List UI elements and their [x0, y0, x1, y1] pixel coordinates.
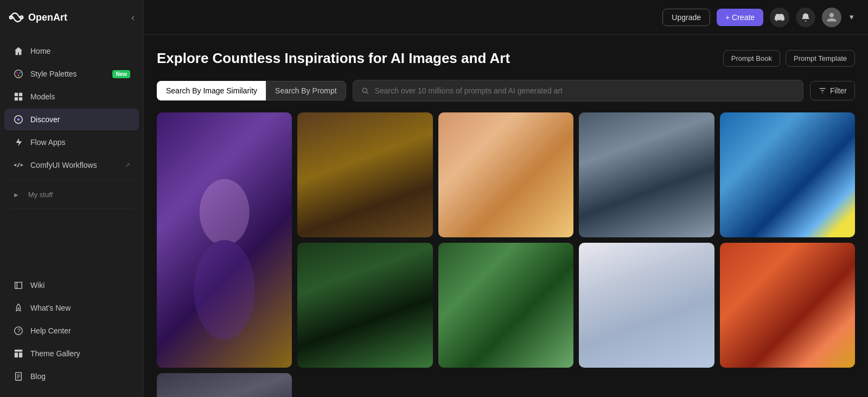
image-placeholder [297, 112, 432, 237]
page-title: Explore Countless Inspirations for AI Im… [157, 50, 510, 67]
search-by-prompt-tab[interactable]: Search By Prompt [266, 81, 346, 100]
sidebar-item-whats-new[interactable]: What's New [4, 297, 139, 319]
filter-label: Filter [830, 86, 847, 95]
svg-rect-4 [15, 93, 18, 96]
nav-divider-2 [9, 209, 135, 209]
rocket-icon [13, 303, 24, 313]
sidebar-item-home[interactable]: Home [4, 40, 139, 62]
svg-point-2 [19, 72, 21, 74]
image-placeholder [438, 243, 573, 368]
lightning-icon [13, 137, 24, 148]
image-item[interactable] [438, 112, 573, 237]
grid-icon [13, 91, 24, 102]
chevron-right-icon: ► [13, 191, 20, 199]
book-icon [13, 280, 24, 291]
filter-icon [818, 86, 827, 95]
sidebar-item-theme-gallery[interactable]: Theme Gallery [4, 343, 139, 364]
notification-button[interactable] [796, 8, 815, 27]
image-item[interactable] [157, 373, 292, 397]
sidebar-item-discover[interactable]: Discover [4, 109, 139, 130]
sidebar-header: OpenArt ‹ [0, 0, 143, 35]
upgrade-button[interactable]: Upgrade [662, 9, 710, 26]
svg-rect-5 [19, 93, 22, 96]
sidebar-item-label: Theme Gallery [30, 349, 80, 358]
image-item[interactable] [720, 243, 855, 368]
new-badge: New [112, 70, 130, 78]
sidebar-item-label: Models [30, 92, 55, 101]
svg-marker-9 [17, 118, 20, 121]
sidebar-item-comfyui[interactable]: ComfyUI Workflows ↗ [4, 154, 139, 176]
main-area: Upgrade + Create ▼ Explore Countless Ins… [144, 0, 868, 397]
image-placeholder [438, 112, 573, 237]
sidebar-nav: Home Style Palettes New Models Discover [0, 35, 143, 269]
palette-icon [13, 68, 24, 79]
home-icon [13, 46, 24, 56]
app-name: OpenArt [28, 12, 67, 23]
sidebar-item-style-palettes[interactable]: Style Palettes New [4, 63, 139, 85]
main-content: Explore Countless Inspirations for AI Im… [144, 35, 868, 397]
user-menu-chevron[interactable]: ▼ [848, 13, 855, 21]
image-placeholder [157, 112, 292, 368]
sidebar-collapse-button[interactable]: ‹ [131, 12, 135, 23]
image-item[interactable] [579, 243, 714, 368]
prompt-book-button[interactable]: Prompt Book [723, 50, 780, 67]
sidebar-item-label: Blog [30, 372, 46, 381]
search-row: Search By Image Similarity Search By Pro… [157, 80, 855, 102]
sidebar-item-label: ComfyUI Workflows [30, 161, 97, 169]
code-icon [13, 160, 24, 171]
logo[interactable]: OpenArt [9, 10, 67, 25]
svg-point-3 [18, 74, 20, 76]
search-box [353, 80, 803, 102]
image-item[interactable] [157, 112, 292, 368]
discord-icon-button[interactable] [770, 8, 789, 27]
svg-rect-15 [15, 350, 22, 352]
svg-point-25 [200, 179, 250, 246]
sidebar-item-label: What's New [30, 304, 71, 312]
user-avatar[interactable] [822, 8, 841, 27]
filter-button[interactable]: Filter [810, 81, 855, 100]
sidebar-item-label: My stuff [28, 191, 53, 199]
sidebar-item-help-center[interactable]: ? Help Center [4, 320, 139, 342]
image-placeholder [297, 243, 432, 368]
image-placeholder [579, 243, 714, 368]
image-placeholder [720, 243, 855, 368]
layout-icon [13, 348, 24, 359]
svg-point-12 [18, 308, 20, 310]
sidebar-item-wiki[interactable]: Wiki [4, 274, 139, 296]
sidebar-item-models[interactable]: Models [4, 86, 139, 108]
search-input[interactable] [375, 86, 795, 95]
search-icon [361, 86, 369, 95]
sidebar-item-my-stuff[interactable]: ► My stuff [4, 185, 139, 204]
sidebar-item-label: Home [30, 47, 50, 55]
image-grid [157, 112, 855, 397]
external-link-icon: ↗ [125, 161, 130, 169]
nav-divider [9, 180, 135, 181]
image-item[interactable] [720, 112, 855, 237]
help-icon: ? [13, 325, 24, 336]
image-item[interactable] [297, 243, 432, 368]
sidebar-item-label: Style Palettes [30, 70, 77, 78]
topbar: Upgrade + Create ▼ [144, 0, 868, 35]
svg-point-1 [16, 72, 18, 74]
header-action-buttons: Prompt Book Prompt Template [723, 50, 855, 67]
svg-point-26 [194, 240, 254, 340]
search-by-image-tab[interactable]: Search By Image Similarity [157, 81, 266, 100]
svg-rect-7 [19, 97, 22, 100]
svg-text:?: ? [17, 327, 21, 334]
svg-point-0 [15, 70, 22, 78]
sidebar: OpenArt ‹ Home Style Palettes New Models [0, 0, 144, 397]
content-header: Explore Countless Inspirations for AI Im… [157, 50, 855, 67]
image-item[interactable] [297, 112, 432, 237]
sidebar-item-blog[interactable]: Blog [4, 366, 139, 387]
image-item[interactable] [438, 243, 573, 368]
prompt-template-button[interactable]: Prompt Template [786, 50, 855, 67]
sidebar-item-label: Flow Apps [30, 138, 66, 147]
sidebar-item-label: Wiki [30, 281, 44, 289]
sidebar-item-flow-apps[interactable]: Flow Apps [4, 131, 139, 153]
svg-line-10 [17, 163, 20, 167]
document-icon [13, 371, 24, 382]
sidebar-bottom-nav: Wiki What's New ? Help Center Theme Gall… [0, 269, 143, 397]
sidebar-item-label: Help Center [30, 326, 71, 335]
image-item[interactable] [579, 112, 714, 237]
create-button[interactable]: + Create [717, 9, 763, 26]
